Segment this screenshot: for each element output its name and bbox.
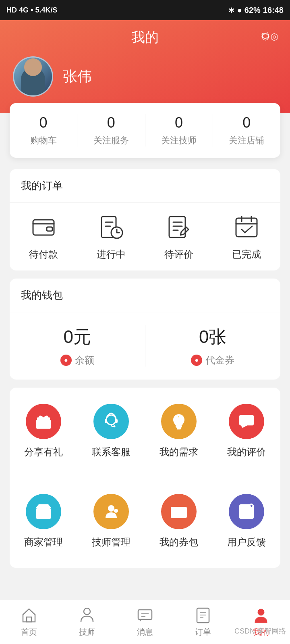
wallet-voucher-sub: ● 代金券	[145, 354, 281, 367]
stat-follow-shop-count: 0	[213, 114, 280, 131]
stats-card: 0 购物车 0 关注服务 0 关注技师 0 关注店铺	[10, 103, 280, 158]
svg-rect-15	[115, 419, 118, 423]
pending-pay-icon-wrap	[29, 213, 58, 242]
svg-point-16	[114, 425, 116, 427]
status-left: HD 4G ▪ 5.4K/S	[6, 6, 57, 14]
wallet-voucher[interactable]: 0张 ● 代金券	[145, 325, 281, 367]
chat-icon	[237, 412, 256, 431]
svg-rect-11	[36, 420, 51, 429]
gift-icon	[34, 412, 53, 431]
stat-follow-tech[interactable]: 0 关注技师	[145, 114, 213, 147]
wallet-section-header: 我的钱包	[10, 279, 280, 312]
my-coupons-label: 我的券包	[160, 536, 198, 549]
balance-icon: ●	[60, 355, 72, 366]
pending-pay-label: 待付款	[29, 248, 58, 261]
wallet-content: 0元 ● 余额 0张 ● 代金券	[10, 312, 280, 380]
order-completed[interactable]: 已完成	[213, 213, 280, 261]
technician-nav-icon	[79, 607, 95, 623]
signal-text: HD 4G ▪ 5.4K/S	[6, 6, 57, 14]
menu-my-reviews[interactable]: 我的评价	[213, 397, 280, 468]
nav-profile[interactable]: 我的	[232, 600, 290, 644]
wallet-balance[interactable]: 0元 ● 余额	[10, 325, 145, 367]
svg-rect-23	[40, 512, 47, 519]
menu-merchant-mgmt[interactable]: 商家管理	[10, 487, 77, 558]
settings-button[interactable]	[261, 28, 279, 46]
wallet-icon	[31, 214, 56, 240]
nav-technician[interactable]: 技师	[58, 600, 116, 644]
in-progress-icon-wrap	[97, 213, 126, 242]
menu-row-1: 分享有礼 联系客服	[10, 388, 280, 478]
stat-cart[interactable]: 0 购物车	[10, 114, 77, 147]
username[interactable]: 张伟	[63, 67, 92, 87]
header-top: 我的	[0, 28, 290, 47]
menu-my-coupons[interactable]: 我的券包	[145, 487, 213, 558]
feedback-icon-circle	[229, 494, 264, 529]
feedback-icon	[237, 502, 256, 521]
bulb-icon	[169, 412, 188, 431]
menu-tech-mgmt[interactable]: 技师管理	[77, 487, 145, 558]
svg-point-2	[273, 36, 276, 38]
document-clock-icon	[98, 214, 124, 240]
stat-follow-service[interactable]: 0 关注服务	[77, 114, 145, 147]
message-nav-icon	[137, 607, 153, 623]
merchant-mgmt-label: 商家管理	[24, 536, 63, 549]
pending-review-icon-wrap	[164, 213, 193, 242]
bluetooth-icon: ∗	[228, 5, 235, 15]
avatar[interactable]	[13, 56, 53, 97]
stat-follow-shop[interactable]: 0 关注店铺	[213, 114, 280, 147]
my-coupons-icon-circle	[161, 494, 197, 529]
nav-orders-label: 订单	[195, 627, 211, 638]
nav-home[interactable]: 首页	[0, 600, 58, 644]
menu-share-gift[interactable]: 分享有礼	[10, 397, 77, 468]
menu-my-needs[interactable]: 我的需求	[145, 397, 213, 468]
battery-text: 62%	[244, 6, 261, 15]
my-needs-icon-circle	[161, 404, 197, 439]
status-bar: HD 4G ▪ 5.4K/S ∗ ● 62% 16:48	[0, 0, 290, 20]
order-pending-pay[interactable]: 待付款	[10, 213, 77, 261]
svg-rect-12	[37, 417, 50, 421]
menu-section: 分享有礼 联系客服	[10, 388, 280, 568]
svg-point-27	[114, 509, 118, 513]
technician-icon	[102, 502, 121, 521]
svg-rect-14	[105, 419, 107, 423]
svg-point-0	[262, 34, 268, 40]
page-title: 我的	[131, 28, 159, 47]
menu-feedback[interactable]: 用户反馈	[213, 487, 280, 558]
wallet-voucher-label: 代金券	[205, 354, 234, 367]
order-in-progress[interactable]: 进行中	[77, 213, 145, 261]
completed-icon-wrap	[232, 213, 261, 242]
stat-follow-shop-label: 关注店铺	[229, 135, 264, 145]
share-gift-label: 分享有礼	[24, 446, 63, 458]
nav-message[interactable]: 消息	[116, 600, 174, 644]
headset-icon	[102, 412, 121, 431]
home-nav-icon	[21, 607, 37, 623]
merchant-mgmt-icon-circle	[26, 494, 61, 529]
svg-point-40	[84, 608, 90, 615]
svg-point-48	[258, 609, 264, 615]
time-display: 16:48	[263, 6, 284, 15]
nav-home-label: 首页	[21, 627, 37, 638]
store-icon	[34, 502, 53, 521]
wallet-balance-amount: 0元	[10, 325, 145, 349]
wallet-balance-label: 余额	[75, 354, 94, 367]
in-progress-label: 进行中	[97, 248, 126, 261]
profile-header: 我的 张伟	[0, 20, 290, 113]
bottom-nav: 首页 技师 消息 订单 我的	[0, 600, 290, 644]
coupon-wallet-icon	[169, 502, 188, 521]
nav-technician-label: 技师	[79, 627, 95, 638]
avatar-image	[14, 58, 52, 95]
stat-follow-service-count: 0	[77, 114, 145, 131]
orders-section-header: 我的订单	[10, 169, 280, 203]
svg-rect-39	[27, 617, 31, 622]
order-pending-review[interactable]: 待评价	[145, 213, 213, 261]
gear-icon	[270, 30, 279, 44]
svg-rect-41	[138, 610, 152, 619]
watermark: CSDN 多智网络	[234, 626, 286, 636]
menu-row-2: 商家管理 技师管理	[10, 478, 280, 568]
nav-orders[interactable]: 订单	[174, 600, 232, 644]
svg-rect-29	[173, 512, 178, 516]
status-right: ∗ ● 62% 16:48	[228, 5, 284, 15]
svg-rect-8	[236, 218, 257, 237]
svg-rect-4	[47, 227, 52, 231]
menu-contact-service[interactable]: 联系客服	[77, 397, 145, 468]
